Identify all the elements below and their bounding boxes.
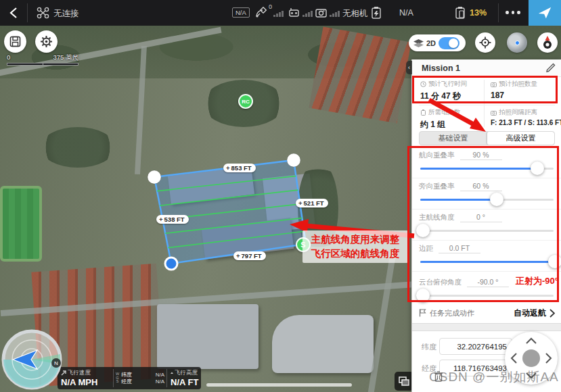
back-button[interactable]: [9, 7, 18, 19]
remote-controller-icon: [288, 7, 300, 18]
map-building: [272, 315, 374, 373]
rc-battery-value: 13%: [470, 8, 487, 18]
slider-handle[interactable]: [490, 193, 503, 206]
chevron-right-icon: [549, 309, 555, 318]
dpad-right-button[interactable]: [545, 353, 552, 364]
camera-icon: [491, 82, 497, 87]
dpad-left-button[interactable]: [510, 353, 517, 364]
tab-advanced-settings[interactable]: 高级设置: [487, 132, 554, 145]
speed-label: 飞行速度: [68, 369, 91, 377]
altitude-label: 飞行高度: [175, 369, 198, 377]
camera-icon: [491, 110, 497, 116]
minimap-location-dot: [515, 41, 520, 45]
altitude-value: N/A FT: [171, 377, 198, 387]
minimap-button[interactable]: [507, 32, 527, 53]
panel-collapse-handle[interactable]: ‹: [406, 61, 412, 74]
map-red-roofs: [309, 26, 411, 123]
slider-value-field[interactable]: 0.0 FT: [439, 244, 480, 253]
divider: [27, 3, 28, 22]
slider-handle[interactable]: [416, 224, 430, 237]
clock-icon: [420, 81, 426, 87]
scale-max-label: 375 英尺: [53, 53, 79, 62]
altitude-icon: [171, 370, 173, 376]
slider-gimbal-pitch: 云台俯仰角度 -90.0 ° 正射为-90°: [412, 272, 561, 303]
crosshair-icon: [479, 36, 491, 49]
stat-photo-count: 预计拍照数量 187: [491, 80, 537, 100]
settings-tabs: 基础设置 高级设置: [419, 131, 555, 145]
distance-label: +797 FT: [233, 251, 266, 260]
battery-icon: [420, 109, 426, 116]
tab-basic-settings[interactable]: 基础设置: [420, 132, 487, 145]
finish-action-row[interactable]: 任务完成动作 自动返航: [412, 303, 561, 323]
map-mode-label: 2D: [426, 39, 436, 47]
camera-signal-bars: [330, 11, 340, 17]
slider-track[interactable]: [420, 199, 554, 201]
rc-location-marker: RC: [238, 94, 253, 109]
telemetry-lat-value: N/A: [156, 372, 164, 378]
telemetry-lat-label: 纬度: [121, 372, 132, 378]
map-mode-control: 2D: [409, 34, 466, 51]
dpad-up-button[interactable]: [526, 337, 537, 344]
section-gap: [412, 323, 561, 331]
camera-icon: [315, 7, 327, 18]
gps-signal-bars: [273, 11, 284, 17]
flag-icon: [419, 309, 426, 317]
mission-settings-panel: Mission 1 预计飞行时间 11 分 47 秒 预计拍照数量 187 所需…: [411, 59, 561, 392]
settings-button[interactable]: [35, 30, 58, 53]
divider: [419, 105, 555, 105]
map-compass-button[interactable]: [537, 32, 558, 53]
map-layer-button[interactable]: [395, 372, 413, 391]
dpad-center-button[interactable]: [522, 349, 540, 367]
divider: [484, 80, 485, 127]
slider-value-field[interactable]: 90 %: [460, 151, 502, 160]
slider-handle[interactable]: [416, 289, 430, 302]
mission-header: Mission 1: [412, 59, 561, 77]
save-mission-button[interactable]: [4, 30, 26, 53]
distance-label: +521 FT: [296, 199, 328, 207]
slider-handle[interactable]: [548, 255, 561, 268]
midpoint-cross-icon: +: [159, 216, 163, 223]
stat-battery-count: 所需电池数 约 1 组: [420, 108, 461, 130]
more-menu-button[interactable]: [506, 11, 520, 14]
app-root: +853 FT +521 FT +538 FT +797 FT RC S 037…: [0, 0, 561, 392]
mission-title: Mission 1: [422, 64, 460, 73]
slider-course-overlap: 航向重叠率 90 %: [412, 147, 561, 178]
compass-icon: [541, 35, 554, 50]
2d-toggle[interactable]: [439, 37, 459, 49]
slider-handle[interactable]: [531, 162, 544, 175]
distance-label: +538 FT: [156, 215, 189, 224]
scale-min-label: 0: [7, 53, 10, 62]
takeoff-plane-icon: [537, 5, 552, 20]
latitude-input[interactable]: [439, 338, 512, 355]
save-icon: [9, 36, 21, 47]
top-status-bar: 无连接 N/A 0 无相机: [0, 0, 561, 26]
rc-signal-bars: [302, 11, 313, 17]
takeoff-button[interactable]: [529, 0, 561, 26]
divider: [498, 3, 499, 22]
scale-bar-graphic: [7, 63, 78, 66]
satellite-icon: [254, 7, 267, 19]
rc-battery-icon: [455, 6, 466, 19]
slider-value-field[interactable]: 60 %: [460, 182, 502, 191]
slider-track[interactable]: [420, 261, 554, 263]
flight-mode-badge: N/A: [232, 7, 250, 18]
distance-label: +853 FT: [223, 164, 256, 172]
stat-flight-time: 预计飞行时间 11 分 47 秒: [420, 80, 467, 102]
latitude-label: 纬度: [422, 342, 436, 352]
telemetry-lng-value: N/A: [156, 378, 164, 385]
slider-value-field[interactable]: -90.0 °: [467, 278, 509, 287]
edit-pencil-icon[interactable]: [546, 63, 556, 72]
map-sports-field: [0, 186, 42, 262]
slider-track[interactable]: [420, 295, 554, 297]
slider-track[interactable]: [420, 230, 554, 232]
toggle-knob: [449, 39, 458, 48]
slider-value-field[interactable]: 0 °: [460, 213, 502, 222]
slider-side-overlap: 旁向重叠率 60 %: [412, 178, 561, 210]
camera-status-label: 无相机: [342, 8, 368, 20]
map-building: [157, 304, 259, 369]
attitude-compass-widget: N: [1, 329, 62, 390]
gimbal-note-annotation: 正射为-90°: [516, 275, 558, 287]
annotation-text-box: 主航线角度用来调整 飞行区域的航线角度: [302, 230, 408, 263]
home-indicator: [206, 383, 352, 387]
locate-button[interactable]: [475, 32, 495, 53]
